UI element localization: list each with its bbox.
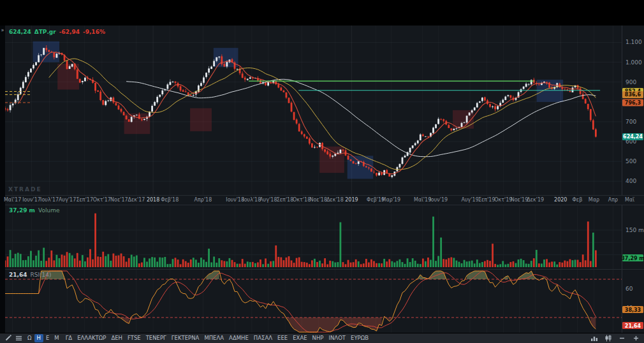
ticker-button-ΓΕΚΤΕΡΝΑ[interactable]: ΓΕΚΤΕΡΝΑ (169, 334, 202, 342)
time-axis-label: Μαϊ'19 (414, 197, 431, 203)
svg-text:836,6: 836,6 (625, 92, 641, 98)
time-axis-label: Απρ'18 (194, 197, 212, 203)
svg-text:1.100: 1.100 (626, 39, 642, 45)
timeframe-button-Η[interactable]: Η (34, 334, 43, 342)
svg-text:500: 500 (626, 158, 636, 164)
time-axis-label: Ιουν'18 (226, 197, 244, 203)
time-axis-label: Οκτ'18 (293, 197, 311, 203)
time-axis-label: Αυγ'19 (462, 197, 479, 203)
time-axis-label: Ιουν'19 (429, 197, 448, 203)
trading-platform-window: » 1.1001.000900800700600500400852,4836,6… (0, 0, 644, 343)
time-axis-label: Φεβ'18 (161, 197, 179, 203)
rsi-chart-canvas[interactable]: 604038,3321,64 (5, 270, 644, 333)
time-axis-label: Αυγ'18 (260, 197, 277, 203)
timeframe-button-Ε[interactable]: Ε (43, 334, 52, 342)
timeframe-group: ΩΗΕΜ (25, 334, 62, 342)
price-pane[interactable]: 1.1001.000900800700600500400852,4836,679… (5, 26, 644, 195)
svg-text:900: 900 (626, 79, 636, 85)
symbol-name[interactable]: ΔΤΡ.gr (34, 29, 56, 35)
bottom-toolbar: ΩΗΕΜ ΓΔΕΛΛΑΚΤΩΡΔΕΗFTSEΤΕΝΕΡΓΓΕΚΤΕΡΝΑΜΠΕΛ… (0, 333, 644, 343)
ticker-button-ΓΔ[interactable]: ΓΔ (63, 334, 75, 342)
ticker-button-ΑΔΜΗΕ[interactable]: ΑΔΜΗΕ (226, 334, 251, 342)
price-chart-canvas[interactable]: 1.1001.000900800700600500400852,4836,679… (5, 26, 644, 195)
watchlist-icon[interactable] (14, 334, 24, 342)
time-axis-label: 2018 (147, 197, 159, 203)
volume-value: 37,29 m (9, 207, 35, 214)
volume-chart-canvas[interactable]: 150 m37,29 m (5, 205, 644, 269)
ticker-shortcut-group: ΓΔΕΛΛΑΚΤΩΡΔΕΗFTSEΤΕΝΕΡΓΓΕΚΤΕΡΝΑΜΠΕΛΑΑΔΜΗ… (63, 334, 371, 342)
time-axis-label: Φεβ (573, 197, 583, 203)
svg-text:60: 60 (626, 286, 633, 292)
ticker-button-ΕΛΛΑΚΤΩΡ[interactable]: ΕΛΛΑΚΤΩΡ (75, 334, 108, 342)
time-axis-label: Ιουλ'17 (40, 197, 59, 203)
draw-icon[interactable] (3, 334, 13, 342)
svg-text:37,29 m: 37,29 m (621, 256, 644, 261)
svg-text:624,24: 624,24 (623, 134, 643, 140)
top-strip (0, 0, 644, 26)
time-axis-label: 2020 (554, 197, 567, 203)
svg-text:796,3: 796,3 (625, 100, 641, 106)
svg-text:38,33: 38,33 (625, 307, 641, 313)
svg-text:700: 700 (626, 119, 636, 125)
ticker-button-ΕΕΕ[interactable]: ΕΕΕ (275, 334, 290, 342)
ticker-button-FTSE[interactable]: FTSE (125, 334, 143, 342)
candlestick-style-icon[interactable] (603, 334, 613, 342)
zoom-in-icon[interactable] (631, 334, 641, 342)
time-axis-label: Ιουλ'18 (242, 197, 261, 203)
time-axis-label: Δεκ'19 (527, 197, 544, 203)
timeframe-button-Ω[interactable]: Ω (25, 334, 34, 342)
time-axis-label: Νοε'17 (110, 197, 128, 203)
time-axis-label: Οκτ'19 (494, 197, 512, 203)
volume-legend: 37,29 m Volume (9, 207, 59, 214)
time-axis-label: Απρ (608, 197, 618, 203)
time-axis-label: Νοε'18 (309, 197, 327, 203)
time-axis-label: Δεκ'17 (128, 197, 145, 203)
ticker-button-ΕΥΡΩΒ[interactable]: ΕΥΡΩΒ (348, 334, 371, 342)
svg-text:21,64: 21,64 (625, 323, 641, 329)
last-price: 624,24 (9, 29, 31, 35)
volume-histogram-icon[interactable] (589, 334, 599, 342)
zoom-out-icon[interactable] (617, 334, 627, 342)
time-axis-label: Νοε'19 (511, 197, 529, 203)
rsi-legend: 21,64 RSI(14) (9, 272, 52, 278)
ticker-button-ΠΑΣΑΛ[interactable]: ΠΑΣΑΛ (251, 334, 275, 342)
time-axis-label: Μαϊ (625, 197, 634, 203)
ticker-button-ΙΝΛΟΤ[interactable]: ΙΝΛΟΤ (326, 334, 348, 342)
rsi-pane[interactable]: 604038,3321,64 21,64 RSI(14) (5, 269, 644, 333)
ticker-button-ΜΠΕΛΑ[interactable]: ΜΠΕΛΑ (201, 334, 226, 342)
left-rail: » (0, 26, 5, 333)
volume-label: Volume (38, 207, 59, 214)
time-axis-label: Σεπ'18 (277, 197, 294, 203)
ticker-button-ΤΕΝΕΡΓ[interactable]: ΤΕΝΕΡΓ (143, 334, 169, 342)
time-axis-label: Μαϊ'17 (4, 197, 21, 203)
time-axis-label: Αυγ'17 (59, 197, 76, 203)
toolbar-right-group (589, 334, 641, 342)
time-axis-label: Οκτ'17 (93, 197, 111, 203)
ticker-button-ΝΗΡ[interactable]: ΝΗΡ (310, 334, 326, 342)
time-axis-label: Ιουν'17 (22, 197, 41, 203)
svg-text:400: 400 (626, 178, 636, 184)
time-axis-label: Μαρ (589, 197, 599, 203)
svg-text:1.000: 1.000 (626, 59, 642, 66)
symbol-legend: 624,24 ΔΤΡ.gr -62,94 -9,16% (9, 29, 105, 35)
rsi-label: RSI(14) (30, 272, 51, 278)
time-axis[interactable]: Μαϊ'17Ιουν'17Ιουλ'17Αυγ'17Σεπ'17Οκτ'17Νο… (5, 195, 644, 205)
timeframe-button-Μ[interactable]: Μ (52, 334, 61, 342)
rsi-value: 21,64 (9, 272, 27, 278)
price-change: -62,94 (59, 29, 80, 35)
time-axis-label: 2019 (345, 197, 358, 203)
ticker-button-ΕΧΑΕ[interactable]: ΕΧΑΕ (290, 334, 309, 342)
svg-text:150 m: 150 m (626, 227, 644, 233)
volume-pane[interactable]: 150 m37,29 m 37,29 m Volume (5, 205, 644, 269)
time-axis-label: Σεπ'17 (76, 197, 93, 203)
chart-area: 1.1001.000900800700600500400852,4836,679… (5, 26, 644, 333)
broker-watermark: XTRADE (8, 186, 42, 193)
time-axis-label: Μαρ'19 (382, 197, 401, 203)
time-axis-label: Σεπ'19 (478, 197, 495, 203)
time-axis-label: Δεκ'18 (326, 197, 344, 203)
ticker-button-ΔΕΗ[interactable]: ΔΕΗ (108, 334, 125, 342)
panel-expand-icon[interactable]: » (0, 27, 5, 33)
price-change-percent: -9,16% (83, 29, 105, 35)
